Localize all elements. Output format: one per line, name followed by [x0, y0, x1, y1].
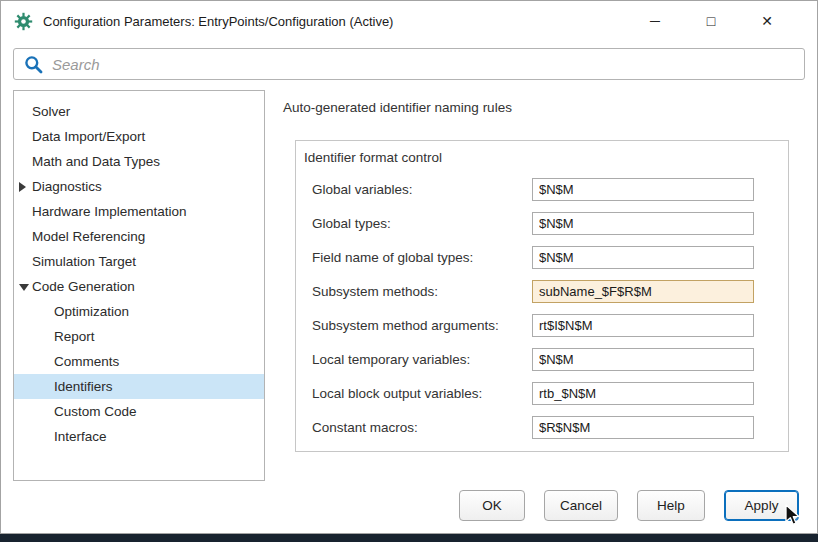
- sidebar-item-model-referencing[interactable]: Model Referencing: [14, 224, 264, 249]
- sidebar-item-custom-code[interactable]: Custom Code: [14, 399, 264, 424]
- sidebar-item-label: Code Generation: [32, 279, 135, 294]
- field-name-of-global-types-label: Field name of global types:: [312, 250, 473, 265]
- sidebar-item-comments[interactable]: Comments: [14, 349, 264, 374]
- sidebar-item-label: Model Referencing: [32, 229, 145, 244]
- minimize-button[interactable]: ─: [627, 1, 683, 41]
- local-temporary-variables-label: Local temporary variables:: [312, 352, 470, 367]
- simulink-app-icon: [14, 11, 34, 31]
- field-row: Local temporary variables:: [312, 348, 754, 371]
- main-panel: Auto-generated identifier naming rules I…: [283, 90, 805, 481]
- window-controls: ─ □ ✕: [627, 1, 795, 41]
- subsystem-method-arguments-input[interactable]: [532, 314, 754, 337]
- sidebar-item-label: Hardware Implementation: [32, 204, 187, 219]
- sidebar-item-label: Simulation Target: [32, 254, 136, 269]
- sidebar-item-report[interactable]: Report: [14, 324, 264, 349]
- search-bar[interactable]: [13, 48, 805, 80]
- local-block-output-variables-label: Local block output variables:: [312, 386, 482, 401]
- sidebar-item-label: Math and Data Types: [32, 154, 160, 169]
- constant-macros-input[interactable]: [532, 416, 754, 439]
- sidebar-item-label: Interface: [54, 429, 107, 444]
- sidebar-item-label: Diagnostics: [32, 179, 102, 194]
- subsystem-methods-label: Subsystem methods:: [312, 284, 438, 299]
- sidebar-item-hardware-implementation[interactable]: Hardware Implementation: [14, 199, 264, 224]
- global-variables-label: Global variables:: [312, 182, 413, 197]
- field-name-of-global-types-input[interactable]: [532, 246, 754, 269]
- local-temporary-variables-input[interactable]: [532, 348, 754, 371]
- sidebar-item-math-and-data-types[interactable]: Math and Data Types: [14, 149, 264, 174]
- field-row: Subsystem methods:: [312, 280, 754, 303]
- field-row: Subsystem method arguments:: [312, 314, 754, 337]
- bottom-strip: [0, 534, 818, 542]
- ok-button[interactable]: OK: [459, 490, 525, 521]
- sidebar-item-label: Comments: [54, 354, 119, 369]
- sidebar-item-simulation-target[interactable]: Simulation Target: [14, 249, 264, 274]
- cancel-button[interactable]: Cancel: [544, 490, 618, 521]
- apply-button[interactable]: Apply: [724, 490, 799, 521]
- subsystem-methods-input[interactable]: [532, 280, 754, 303]
- sidebar-item-data-import-export[interactable]: Data Import/Export: [14, 124, 264, 149]
- search-input[interactable]: [52, 56, 794, 73]
- sidebar-item-label: Identifiers: [54, 379, 113, 394]
- footer-buttons: OK Cancel Help Apply: [459, 490, 799, 521]
- maximize-button[interactable]: □: [683, 1, 739, 41]
- field-row: Constant macros:: [312, 416, 754, 439]
- help-button[interactable]: Help: [637, 490, 705, 521]
- sidebar-item-label: Custom Code: [54, 404, 137, 419]
- group-title: Identifier format control: [304, 150, 754, 165]
- close-button[interactable]: ✕: [739, 1, 795, 41]
- sidebar-item-identifiers[interactable]: Identifiers: [14, 374, 264, 399]
- search-icon: [24, 55, 43, 74]
- chevron-right-icon[interactable]: [19, 182, 26, 192]
- configuration-parameters-dialog: Configuration Parameters: EntryPoints/Co…: [0, 0, 818, 534]
- global-variables-input[interactable]: [532, 178, 754, 201]
- chevron-down-icon[interactable]: [19, 284, 29, 291]
- sidebar-item-code-generation[interactable]: Code Generation: [14, 274, 264, 299]
- sidebar-item-optimization[interactable]: Optimization: [14, 299, 264, 324]
- field-row: Local block output variables:: [312, 382, 754, 405]
- window-title: Configuration Parameters: EntryPoints/Co…: [43, 14, 393, 29]
- identifier-format-control-group: Identifier format control Global variabl…: [295, 140, 789, 452]
- sidebar-item-label: Data Import/Export: [32, 129, 145, 144]
- sidebar-item-diagnostics[interactable]: Diagnostics: [14, 174, 264, 199]
- sidebar-item-label: Report: [54, 329, 95, 344]
- local-block-output-variables-input[interactable]: [532, 382, 754, 405]
- category-tree: Solver Data Import/Export Math and Data …: [13, 90, 265, 481]
- sidebar-item-solver[interactable]: Solver: [14, 99, 264, 124]
- field-row: Global variables:: [312, 178, 754, 201]
- sidebar-item-interface[interactable]: Interface: [14, 424, 264, 449]
- panel-heading: Auto-generated identifier naming rules: [283, 100, 805, 115]
- global-types-input[interactable]: [532, 212, 754, 235]
- global-types-label: Global types:: [312, 216, 391, 231]
- field-row: Field name of global types:: [312, 246, 754, 269]
- subsystem-method-arguments-label: Subsystem method arguments:: [312, 318, 499, 333]
- sidebar-item-label: Optimization: [54, 304, 129, 319]
- sidebar-item-label: Solver: [32, 104, 70, 119]
- title-bar: Configuration Parameters: EntryPoints/Co…: [1, 1, 817, 41]
- constant-macros-label: Constant macros:: [312, 420, 418, 435]
- field-row: Global types:: [312, 212, 754, 235]
